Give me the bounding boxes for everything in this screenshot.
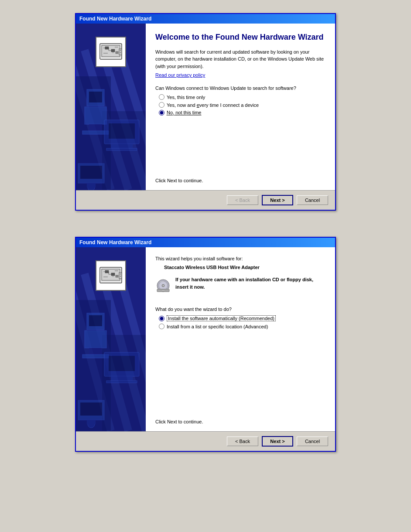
- wizard1-description: Windows will search for current and upda…: [155, 48, 325, 70]
- svg-rect-26: [105, 47, 109, 49]
- svg-rect-27: [111, 49, 115, 52]
- radio-auto[interactable]: [159, 316, 164, 321]
- radio-option-auto[interactable]: Install the software automatically (Reco…: [159, 315, 325, 321]
- radio-manual[interactable]: [159, 324, 164, 329]
- wizard1-hardware-icon: [96, 37, 126, 67]
- svg-rect-7: [85, 107, 106, 124]
- wizard2-install-intro: This wizard helps you install software f…: [155, 256, 325, 261]
- hardware-device-icon2: [99, 264, 123, 287]
- privacy-policy-link[interactable]: Read our privacy policy: [155, 72, 325, 78]
- radio-yes-once[interactable]: [159, 94, 164, 100]
- wizard2-hardware-icon: [96, 260, 126, 291]
- wizard2-radio-group: Install the software automatically (Reco…: [159, 315, 325, 329]
- wizard2-what-label: What do you want the wizard to do?: [155, 307, 325, 312]
- svg-rect-17: [80, 166, 102, 179]
- wizard1-cancel-button[interactable]: Cancel: [297, 195, 328, 205]
- wizard2-device-name: Staccato Wireless USB Host Wire Adapter: [164, 265, 325, 270]
- wizard1-footer: < Back Next > Cancel: [76, 190, 335, 210]
- svg-rect-48: [111, 376, 133, 381]
- svg-rect-53: [87, 420, 96, 424]
- wizard2-back-button[interactable]: < Back: [227, 437, 258, 446]
- wizard2-footer: < Back Next > Cancel: [76, 431, 335, 451]
- svg-rect-47: [109, 356, 135, 371]
- wizard2-body: This wizard helps you install software f…: [76, 247, 335, 431]
- wizard1-titlebar: Found New Hardware Wizard: [76, 14, 335, 24]
- svg-rect-51: [80, 402, 102, 416]
- svg-rect-32: [120, 50, 121, 51]
- wizard1-sidebar: [76, 24, 146, 190]
- wizard2-next-button[interactable]: Next >: [262, 436, 293, 447]
- wizard2-window: Found New Hardware Wizard: [75, 237, 336, 452]
- svg-rect-41: [85, 331, 106, 348]
- wizard2-sidebar: [76, 247, 146, 431]
- wizard1-next-button[interactable]: Next >: [262, 195, 293, 205]
- wizard2-content: This wizard helps you install software f…: [146, 247, 335, 431]
- wizard1-title-text: Found New Hardware Wizard: [79, 16, 151, 22]
- svg-rect-60: [105, 270, 109, 273]
- wizard1-heading: Welcome to the Found New Hardware Wizard: [155, 32, 325, 42]
- radio-auto-label: Install the software automatically (Reco…: [167, 315, 276, 321]
- wizard1-continue-text: Click Next to continue.: [155, 169, 325, 183]
- radio-option-no[interactable]: No, not this time: [159, 110, 325, 116]
- radio-manual-label: Install from a list or specific location…: [167, 324, 268, 329]
- radio-yes-always-label: Yes, now and every time I connect a devi…: [167, 102, 259, 108]
- svg-rect-13: [109, 123, 135, 139]
- svg-rect-66: [120, 273, 121, 275]
- svg-point-71: [163, 285, 164, 286]
- cd-icon: [155, 277, 171, 293]
- wizard1-back-button[interactable]: < Back: [227, 195, 258, 205]
- radio-option-yes-always[interactable]: Yes, now and every time I connect a devi…: [159, 102, 325, 108]
- wizard1-content: Welcome to the Found New Hardware Wizard…: [146, 24, 335, 190]
- wizard2-continue-text: Click Next to continue.: [155, 410, 325, 424]
- svg-rect-67: [120, 276, 121, 277]
- wizard1-window: Found New Hardware Wizard: [75, 13, 336, 211]
- radio-option-yes-once[interactable]: Yes, this time only: [159, 94, 325, 100]
- svg-rect-64: [116, 275, 118, 277]
- wizard2-title-text: Found New Hardware Wizard: [79, 239, 151, 246]
- cd-row: If your hardware came with an installati…: [155, 276, 325, 293]
- svg-rect-15: [106, 148, 137, 150]
- svg-rect-19: [87, 183, 96, 188]
- wizard2-titlebar: Found New Hardware Wizard: [76, 238, 335, 247]
- hardware-device-icon: [99, 40, 123, 64]
- radio-yes-once-label: Yes, this time only: [167, 95, 205, 100]
- svg-rect-33: [120, 52, 121, 53]
- svg-rect-14: [111, 144, 133, 148]
- cd-text: If your hardware came with an installati…: [175, 276, 325, 290]
- svg-rect-45: [89, 315, 102, 326]
- svg-rect-73: [161, 290, 165, 291]
- svg-rect-42: [89, 348, 102, 355]
- wizard1-question: Can Windows connect to Windows Update to…: [155, 85, 325, 91]
- radio-no[interactable]: [159, 110, 164, 116]
- svg-rect-11: [89, 92, 102, 102]
- radio-option-manual[interactable]: Install from a list or specific location…: [159, 324, 325, 329]
- wizard1-radio-group: Yes, this time only Yes, now and every t…: [159, 94, 325, 116]
- svg-rect-49: [106, 381, 137, 383]
- svg-rect-8: [89, 124, 102, 131]
- wizard2-cancel-button[interactable]: Cancel: [297, 437, 328, 446]
- svg-rect-61: [111, 273, 115, 276]
- svg-rect-30: [116, 51, 118, 54]
- radio-yes-always[interactable]: [159, 102, 164, 108]
- wizard1-body: Welcome to the Found New Hardware Wizard…: [76, 24, 335, 190]
- radio-no-label: No, not this time: [167, 110, 201, 116]
